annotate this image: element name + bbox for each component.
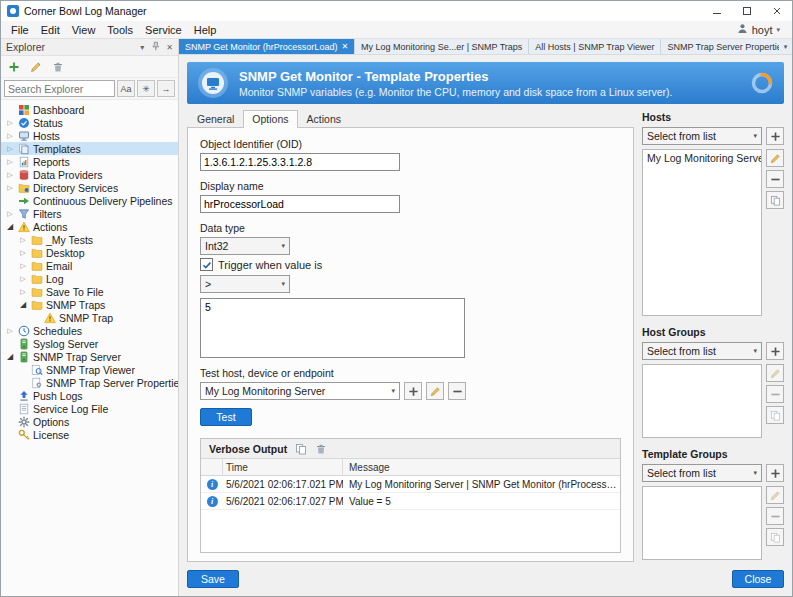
chevron-expanded-icon[interactable]: ◢ xyxy=(5,220,15,233)
add-host-group-button[interactable] xyxy=(766,342,784,360)
message-column-header[interactable]: Message xyxy=(343,462,620,473)
edit-test-host-button[interactable] xyxy=(426,382,444,400)
verbose-row[interactable]: i5/6/2021 02:06:17.021 PMMy Log Monitori… xyxy=(201,476,620,493)
edit-host-group-button[interactable] xyxy=(766,364,784,382)
hosts-list[interactable]: My Log Monitoring Server xyxy=(642,149,762,316)
close-dialog-button[interactable]: Close xyxy=(732,570,784,588)
edit-template-group-button[interactable] xyxy=(766,486,784,504)
delete-button[interactable] xyxy=(48,58,68,76)
search-go-button[interactable]: → xyxy=(157,80,175,97)
chevron-expanded-icon[interactable]: ◢ xyxy=(18,298,28,311)
tab-actions[interactable]: Actions xyxy=(298,110,350,128)
test-host-select[interactable]: My Log Monitoring Server ▾ xyxy=(200,382,400,400)
tree-item-syslog-server[interactable]: Syslog Server xyxy=(1,337,178,350)
tab-general[interactable]: General xyxy=(188,110,243,128)
tree-item-license[interactable]: License xyxy=(1,428,178,441)
tree-item-data-providers[interactable]: ▷Data Providers xyxy=(1,168,178,181)
close-tab-icon[interactable]: ✕ xyxy=(341,43,348,51)
chevron-expanded-icon[interactable]: ◢ xyxy=(5,350,15,363)
remove-template-group-button[interactable] xyxy=(766,507,784,525)
chevron-collapsed-icon[interactable]: ▷ xyxy=(18,259,28,272)
tree-item-my-tests[interactable]: ▷_My Tests xyxy=(1,233,178,246)
tree-item-email[interactable]: ▷Email xyxy=(1,259,178,272)
match-case-button[interactable]: Aa xyxy=(117,80,135,97)
trigger-checkbox[interactable] xyxy=(200,258,213,271)
chevron-collapsed-icon[interactable]: ▷ xyxy=(5,129,15,142)
add-button[interactable] xyxy=(4,58,24,76)
host-groups-select[interactable]: Select from list ▾ xyxy=(642,342,762,360)
panel-menu-chevron-icon[interactable]: ▾ xyxy=(140,43,144,52)
minimize-button[interactable] xyxy=(702,1,732,21)
list-item[interactable]: My Log Monitoring Server xyxy=(643,150,761,166)
chevron-collapsed-icon[interactable]: ▷ xyxy=(5,168,15,181)
chevron-collapsed-icon[interactable]: ▷ xyxy=(18,246,28,259)
copy-template-group-button[interactable] xyxy=(766,528,784,546)
menu-file[interactable]: File xyxy=(5,24,35,36)
data-type-select[interactable]: Int32 ▾ xyxy=(200,237,290,255)
chevron-collapsed-icon[interactable]: ▷ xyxy=(5,324,15,337)
display-name-input[interactable] xyxy=(200,195,400,213)
tree-item-filters[interactable]: ▷Filters xyxy=(1,207,178,220)
tree-item-service-log-file[interactable]: Service Log File xyxy=(1,402,178,415)
tree-item-actions[interactable]: ◢Actions xyxy=(1,220,178,233)
pin-icon[interactable] xyxy=(150,41,160,53)
menu-help[interactable]: Help xyxy=(188,24,223,36)
chevron-collapsed-icon[interactable]: ▷ xyxy=(18,285,28,298)
hosts-select[interactable]: Select from list ▾ xyxy=(642,127,762,145)
copy-host-group-button[interactable] xyxy=(766,406,784,424)
tree-item-snmp-trap-server-properties[interactable]: SNMP Trap Server Properties xyxy=(1,376,178,389)
tree-item-snmp-trap[interactable]: SNMP Trap xyxy=(1,311,178,324)
tree-item-hosts[interactable]: ▷Hosts xyxy=(1,129,178,142)
add-test-host-button[interactable] xyxy=(404,382,422,400)
tree-item-save-to-file[interactable]: ▷Save To File xyxy=(1,285,178,298)
chevron-collapsed-icon[interactable]: ▷ xyxy=(5,181,15,194)
tree-item-options[interactable]: Options xyxy=(1,415,178,428)
tree-item-log[interactable]: ▷Log xyxy=(1,272,178,285)
comparison-select[interactable]: > ▾ xyxy=(200,275,290,293)
chevron-collapsed-icon[interactable]: ▷ xyxy=(5,155,15,168)
menu-service[interactable]: Service xyxy=(139,24,188,36)
doc-tab-all-hosts-snmp-trap-viewer[interactable]: All Hosts | SNMP Trap Viewer xyxy=(529,39,661,54)
copy-icon[interactable] xyxy=(295,443,307,455)
template-groups-select[interactable]: Select from list ▾ xyxy=(642,464,762,482)
time-column-header[interactable]: Time xyxy=(223,459,343,475)
wildcard-button[interactable]: ✳ xyxy=(137,80,155,97)
chevron-collapsed-icon[interactable]: ▷ xyxy=(18,233,28,246)
add-template-group-button[interactable] xyxy=(766,464,784,482)
chevron-collapsed-icon[interactable]: ▷ xyxy=(18,272,28,285)
tree-item-status[interactable]: ▷Status xyxy=(1,116,178,129)
chevron-collapsed-icon[interactable]: ▷ xyxy=(5,116,15,129)
threshold-input[interactable]: 5 xyxy=(200,298,465,358)
user-menu[interactable]: hoyt ▾ xyxy=(737,23,788,36)
oid-input[interactable] xyxy=(200,153,400,171)
copy-host-button[interactable] xyxy=(766,191,784,209)
clear-icon[interactable] xyxy=(315,443,327,455)
verbose-row[interactable]: i5/6/2021 02:06:17.027 PMValue = 5 xyxy=(201,493,620,510)
doc-tab-snmp-get-monitor-hrprocessorload[interactable]: SNMP Get Monitor (hrProcessorLoad)✕ xyxy=(179,39,355,54)
menu-tools[interactable]: Tools xyxy=(101,24,139,36)
tab-options[interactable]: Options xyxy=(243,110,297,128)
tab-overflow-chevron-icon[interactable]: ▾ xyxy=(779,39,792,54)
edit-host-button[interactable] xyxy=(766,149,784,167)
add-host-button[interactable] xyxy=(766,127,784,145)
tree-item-continuous-delivery-pipelines[interactable]: Continuous Delivery Pipelines xyxy=(1,194,178,207)
tree-item-snmp-trap-viewer[interactable]: SNMP Trap Viewer xyxy=(1,363,178,376)
test-button[interactable]: Test xyxy=(200,408,252,426)
tree-item-directory-services[interactable]: ▷Directory Services xyxy=(1,181,178,194)
remove-test-host-button[interactable] xyxy=(448,382,466,400)
template-groups-list[interactable] xyxy=(642,486,762,560)
close-panel-icon[interactable]: ✕ xyxy=(166,43,173,52)
tree-item-dashboard[interactable]: Dashboard xyxy=(1,103,178,116)
doc-tab-my-log-monitoring-se-er-snmp-traps[interactable]: My Log Monitoring Se...er | SNMP Traps xyxy=(355,39,529,54)
chevron-collapsed-icon[interactable]: ▷ xyxy=(5,207,15,220)
close-button[interactable] xyxy=(762,1,792,21)
remove-host-button[interactable] xyxy=(766,170,784,188)
edit-button[interactable] xyxy=(26,58,46,76)
maximize-button[interactable] xyxy=(732,1,762,21)
chevron-collapsed-icon[interactable]: ▷ xyxy=(5,142,15,155)
tree-item-reports[interactable]: ▷Reports xyxy=(1,155,178,168)
remove-host-group-button[interactable] xyxy=(766,385,784,403)
tree-item-snmp-trap-server[interactable]: ◢SNMP Trap Server xyxy=(1,350,178,363)
menu-view[interactable]: View xyxy=(66,24,102,36)
tree-item-desktop[interactable]: ▷Desktop xyxy=(1,246,178,259)
